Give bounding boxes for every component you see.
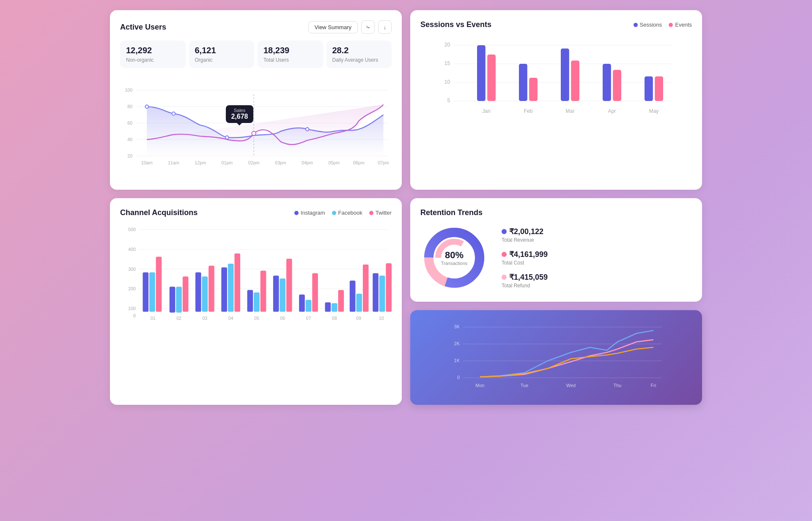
svg-rect-75 [183, 276, 189, 312]
svg-text:3K: 3K [454, 324, 460, 329]
svg-rect-94 [350, 281, 356, 312]
stat-total-refund: ₹1,415,059 Total Refund [502, 273, 548, 289]
svg-rect-91 [325, 302, 331, 311]
cost-dot [502, 252, 507, 257]
svg-text:15: 15 [444, 60, 450, 66]
svg-text:11am: 11am [168, 160, 179, 165]
share-button[interactable]: ⤷ [361, 20, 375, 34]
legend-twitter: Twitter [369, 210, 392, 216]
svg-rect-45 [603, 64, 611, 101]
svg-text:Mon: Mon [475, 383, 484, 388]
stat-label-organic: Organic [195, 57, 249, 63]
svg-rect-48 [655, 76, 663, 101]
channel-chart-svg: 500 400 300 200 100 0 01 02 03 04 05 06 … [120, 224, 392, 334]
donut-percentage: 80% [441, 250, 468, 261]
stat-value-organic: 6,121 [195, 46, 249, 55]
svg-text:02pm: 02pm [248, 160, 260, 165]
svg-point-21 [172, 112, 176, 115]
svg-text:01pm: 01pm [222, 160, 233, 165]
trend-line-card: 3K 2K 1K 0 Mon Tue Wed Thu Fri [410, 310, 702, 405]
total-cost-value: ₹4,161,999 [502, 250, 548, 259]
svg-rect-39 [477, 45, 486, 101]
total-revenue-value: ₹2,00,122 [502, 227, 548, 236]
svg-text:07: 07 [306, 316, 311, 321]
events-dot [669, 23, 673, 27]
svg-rect-42 [529, 78, 538, 101]
svg-rect-96 [363, 265, 369, 312]
svg-text:09: 09 [356, 316, 361, 321]
svg-text:Feb: Feb [524, 108, 533, 114]
svg-rect-71 [149, 272, 155, 311]
stat-total-cost: ₹4,161,999 Total Cost [502, 250, 548, 266]
channel-header: Channel Acquisitions Instagram Facebook … [120, 208, 392, 217]
sessions-events-card: Sessions vs Events Sessions Events 20 15 [410, 10, 702, 190]
sessions-title: Sessions vs Events [420, 20, 491, 29]
donut-chart: 80% Transactions [420, 224, 488, 292]
stats-row: 12,292 Non-organic 6,121 Organic 18,239 … [120, 41, 392, 68]
channel-acquisitions-card: Channel Acquisitions Instagram Facebook … [110, 198, 402, 405]
svg-rect-78 [208, 266, 214, 312]
svg-text:0: 0 [457, 375, 460, 380]
svg-point-25 [252, 131, 256, 136]
legend-instagram: Instagram [294, 210, 325, 216]
svg-rect-88 [299, 295, 305, 312]
svg-rect-44 [571, 60, 579, 101]
svg-rect-89 [306, 300, 312, 312]
retention-trends-card: Retention Trends [410, 198, 702, 302]
header-actions: View Summary ⤷ ↓ [308, 20, 392, 34]
svg-rect-70 [143, 272, 149, 311]
stat-total-revenue: ₹2,00,122 Total Revenue [502, 227, 548, 243]
svg-rect-87 [286, 259, 292, 311]
retention-title: Retention Trends [420, 208, 483, 217]
twitter-label: Twitter [376, 210, 392, 216]
svg-rect-84 [261, 271, 266, 312]
channel-legend: Instagram Facebook Twitter [294, 210, 392, 216]
facebook-dot [332, 211, 336, 215]
svg-text:2K: 2K [454, 341, 460, 346]
svg-text:100: 100 [125, 87, 132, 93]
stat-daily-avg: 28.2 Daily Average Users [326, 41, 392, 68]
stat-value-daily: 28.2 [332, 46, 386, 55]
view-summary-button[interactable]: View Summary [308, 21, 358, 33]
svg-text:60: 60 [127, 120, 132, 125]
svg-rect-86 [280, 278, 285, 312]
svg-rect-93 [338, 290, 344, 312]
stat-value-non-organic: 12,292 [126, 46, 180, 55]
retention-content: 80% Transactions ₹2,00,122 Total Revenue [420, 224, 692, 292]
svg-text:Fri: Fri [651, 383, 656, 388]
svg-text:06: 06 [280, 316, 285, 321]
svg-text:03pm: 03pm [275, 160, 286, 165]
sessions-header: Sessions vs Events Sessions Events [420, 20, 692, 29]
stat-label-total: Total Users [263, 57, 317, 63]
svg-rect-79 [221, 267, 227, 312]
svg-rect-97 [373, 273, 379, 311]
svg-text:Apr: Apr [608, 108, 616, 114]
svg-text:06pm: 06pm [353, 160, 365, 165]
svg-text:10: 10 [379, 316, 384, 321]
sessions-legend: Sessions Events [634, 22, 692, 28]
sessions-chart-svg: 20 15 10 5 Jan Feb Mar Apr May [420, 36, 692, 129]
sessions-dot [634, 23, 638, 27]
svg-text:20: 20 [444, 42, 450, 48]
total-refund-label: Total Refund [502, 283, 548, 289]
svg-text:03: 03 [202, 316, 207, 321]
svg-text:Wed: Wed [566, 383, 576, 388]
active-users-header: Active Users View Summary ⤷ ↓ [120, 20, 392, 34]
svg-rect-82 [247, 290, 253, 312]
svg-rect-83 [254, 292, 260, 312]
svg-text:500: 500 [128, 227, 136, 232]
download-button[interactable]: ↓ [378, 20, 392, 34]
svg-text:Mar: Mar [566, 108, 575, 114]
svg-text:300: 300 [128, 267, 136, 272]
events-label: Events [675, 22, 692, 28]
svg-text:05: 05 [254, 316, 259, 321]
svg-text:07pm: 07pm [378, 160, 389, 165]
line-chart-svg: 100 80 60 40 20 10am 11am 12pm 01pm 02pm… [120, 76, 392, 178]
svg-rect-99 [386, 263, 392, 312]
active-users-title: Active Users [120, 23, 166, 32]
svg-rect-74 [176, 286, 182, 312]
facebook-label: Facebook [338, 210, 362, 216]
retention-header: Retention Trends [420, 208, 692, 217]
svg-text:200: 200 [128, 286, 136, 291]
svg-text:04: 04 [228, 316, 233, 321]
